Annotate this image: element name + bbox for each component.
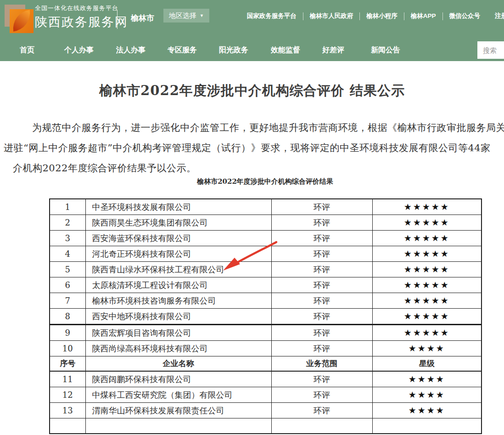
table-row: 9陕西宏辉项目咨询有限公司环评★★★★★ <box>50 325 482 341</box>
cell-stars <box>372 418 482 434</box>
nav-item-label: 新闻公告 <box>371 45 400 55</box>
table-row: 8西安中地环境科技有限公司环评★★★★★ <box>50 309 482 325</box>
cell-stars: ★★★★★ <box>372 215 482 231</box>
cell-stars: ★★★★★ <box>372 231 482 246</box>
table-row: 5陕西青山绿水环保科技工程有限公司环评★★★★★ <box>50 262 482 277</box>
cell-name: 陕西尚绿高科环境科技有限公司 <box>85 341 271 356</box>
top-link[interactable]: 国家政务服务平台 <box>247 12 297 20</box>
cell-scope: 环评 <box>271 215 372 231</box>
cell-no: 7 <box>50 293 85 309</box>
nav-item-2[interactable]: 个人办事 <box>64 45 116 55</box>
cell-scope: 环评 <box>271 293 372 309</box>
cell-name: 太原核清环境工程设计有限公司 <box>85 277 271 293</box>
site-logo-icon <box>5 4 34 33</box>
cell-no <box>50 418 85 434</box>
table-row: 1中圣环境科技发展有限公司环评★★★★★ <box>50 199 482 215</box>
top-link-separator <box>303 12 303 20</box>
cell-scope: 环评 <box>271 277 372 293</box>
cell-no: 9 <box>50 325 85 341</box>
cell-no: 2 <box>50 215 85 231</box>
table-header-row: 序号企业名称业务范围星级 <box>50 356 482 372</box>
cell-name: 榆林市环境科技咨询服务有限公司 <box>85 293 271 309</box>
top-link-separator <box>404 12 404 20</box>
cell-no: 5 <box>50 262 85 277</box>
table-caption: 榆林市2022年度涉批中介机构综合评价结果 <box>49 177 481 186</box>
cell-no: 1 <box>50 199 85 215</box>
nav-item-4[interactable]: 专区服务 <box>168 45 219 55</box>
cell-stars: ★★★★ <box>372 341 482 356</box>
cell-stars: ★★★★★ <box>372 277 482 293</box>
cell-no: 12 <box>50 387 85 403</box>
nav-item-label: 效能监督 <box>271 45 300 55</box>
table-row: 2陕西雨昊生态环境集团有限公司环评★★★★★ <box>50 215 482 231</box>
table-row: 11陕西阔鹏环保科技有限公司环评★★★★ <box>50 371 482 387</box>
column-header: 序号 <box>50 356 85 372</box>
announcement-paragraph: 为规范中介服务行为，进一步强化中介监管工作，更好地提升我市营商环境，根据《榆林市… <box>0 118 504 178</box>
site-header: 全国一体化在线政务服务平台 陕西政务服务网 榆林市 地区选择 ▼ 国家政务服务平… <box>0 0 504 61</box>
current-city-label: 榆林市 <box>131 13 154 23</box>
top-link-separator <box>442 12 443 20</box>
nav-item-5[interactable]: 阳光政务 <box>219 45 271 55</box>
nav-item-label: 个人办事 <box>64 45 94 55</box>
page-title: 榆林市2022年度涉批中介机构综合评价 结果公示 <box>0 82 504 100</box>
cell-scope: 环评 <box>271 309 372 325</box>
nav-item-3[interactable]: 法人办事 <box>116 45 168 55</box>
cell-name: 中煤科工西安研究院（集团）有限公司 <box>85 387 271 403</box>
cell-stars: ★★★★★ <box>372 293 482 309</box>
cell-stars: ★★★★★ <box>372 325 482 341</box>
cell-scope: 环评 <box>271 341 372 356</box>
cell-no: 3 <box>50 231 85 246</box>
nav-item-8[interactable]: 新闻公告 <box>371 45 421 55</box>
nav-item-label: 好差评 <box>322 45 344 55</box>
table-row: 4河北奇正环境科技有限公司环评★★★★★ <box>50 246 482 262</box>
nav-item-label: 首页 <box>20 45 34 55</box>
cell-stars: ★★★★★ <box>372 309 482 325</box>
cell-stars: ★★★★ <box>372 387 482 403</box>
top-link[interactable]: 榆林APP <box>411 12 436 20</box>
evaluation-results-table: 1中圣环境科技发展有限公司环评★★★★★2陕西雨昊生态环境集团有限公司环评★★★… <box>49 198 482 434</box>
cell-scope: 环评 <box>271 325 372 341</box>
brand-block: 全国一体化在线政务服务平台 陕西政务服务网 <box>35 4 128 30</box>
header-top-row: 全国一体化在线政务服务平台 陕西政务服务网 榆林市 地区选择 ▼ 国家政务服务平… <box>0 0 504 39</box>
cell-name: 陕西雨昊生态环境集团有限公司 <box>85 215 271 231</box>
cell-stars: ★★★★★ <box>372 246 482 262</box>
cell-scope: 环评 <box>271 231 372 246</box>
nav-item-1[interactable]: 首页 <box>20 45 64 55</box>
top-link[interactable]: 榆林市人民政府 <box>310 12 353 20</box>
main-nav: 首页个人办事法人办事专区服务阳光政务效能监督好差评新闻公告 <box>0 39 504 61</box>
nav-item-label: 专区服务 <box>168 45 197 55</box>
platform-label: 全国一体化在线政务服务平台 <box>35 4 128 12</box>
cell-name <box>85 418 271 434</box>
cell-scope: 环评 <box>271 387 372 403</box>
cell-name: 渭南华山环保科技发展有限责任公司 <box>85 403 271 418</box>
cell-name: 西安中地环境科技有限公司 <box>85 309 271 325</box>
paragraph-line: 介机构2022年度综合评价结果予以公示。 <box>13 158 504 178</box>
table-row <box>50 418 482 434</box>
nav-item-label: 法人办事 <box>116 45 146 55</box>
table-row: 12中煤科工西安研究院（集团）有限公司环评★★★★ <box>50 387 482 403</box>
top-link-separator <box>359 12 360 20</box>
top-links: 国家政务服务平台榆林市人民政府榆林小程序榆林APP微信公众号 <box>247 12 480 20</box>
table-row: 3西安海蓝环保科技有限公司环评★★★★★ <box>50 231 482 246</box>
cell-name: 河北奇正环境科技有限公司 <box>85 246 271 262</box>
table-row: 6太原核清环境工程设计有限公司环评★★★★★ <box>50 277 482 293</box>
top-link[interactable]: 榆林小程序 <box>366 12 398 20</box>
top-link[interactable]: 微信公众号 <box>449 12 481 20</box>
column-header: 业务范围 <box>271 356 372 372</box>
register-link[interactable]: 注册 <box>495 12 504 20</box>
cell-name: 陕西宏辉项目咨询有限公司 <box>85 325 271 341</box>
table-row: 13渭南华山环保科技发展有限责任公司环评★★★★ <box>50 403 482 418</box>
brand-divider <box>117 10 118 29</box>
cell-stars: ★★★★ <box>372 403 482 418</box>
nav-item-6[interactable]: 效能监督 <box>271 45 322 55</box>
cell-no: 13 <box>50 403 85 418</box>
nav-item-7[interactable]: 好差评 <box>322 45 371 55</box>
search-input[interactable] <box>477 41 504 59</box>
cell-scope <box>271 418 372 434</box>
nav-item-label: 阳光政务 <box>219 45 248 55</box>
region-selector-label: 地区选择 <box>169 11 196 20</box>
region-selector-button[interactable]: 地区选择 ▼ <box>163 9 209 23</box>
cell-no: 10 <box>50 341 85 356</box>
cell-name: 中圣环境科技发展有限公司 <box>85 199 271 215</box>
chevron-down-icon: ▼ <box>200 13 204 18</box>
